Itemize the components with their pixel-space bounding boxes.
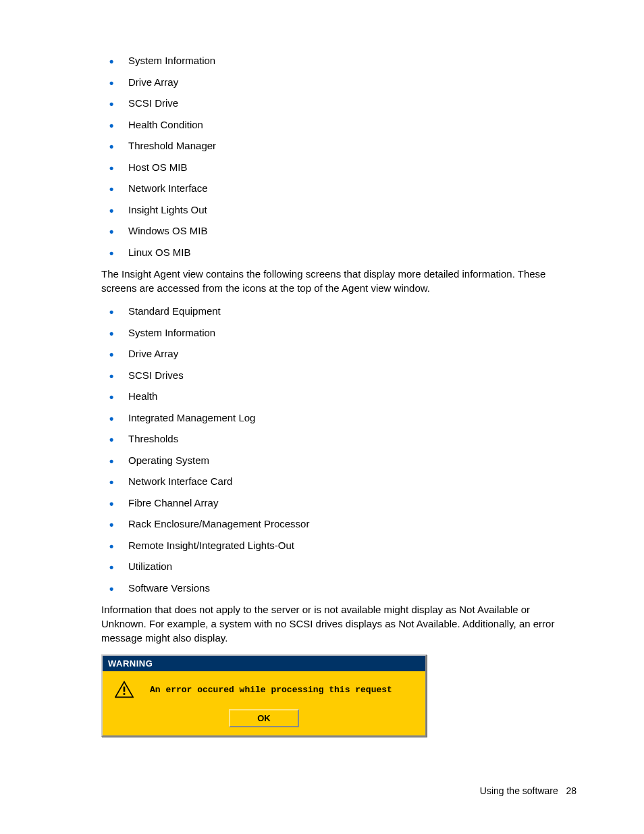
list-item: Integrated Management Log xyxy=(101,411,576,425)
list-item: Host OS MIB xyxy=(101,161,576,174)
list-item-text: Drive Array xyxy=(128,76,178,88)
list-item-text: Insight Lights Out xyxy=(128,204,207,215)
list-item-text: Network Interface Card xyxy=(128,475,232,487)
list-item-text: System Information xyxy=(128,55,215,66)
list-item-text: Thresholds xyxy=(128,433,178,444)
page-footer: Using the software 28 xyxy=(480,785,576,796)
list-item: Standard Equipment xyxy=(101,305,576,318)
svg-rect-2 xyxy=(124,693,126,695)
list-item-text: Standard Equipment xyxy=(128,305,221,317)
document-page: System Information Drive Array SCSI Driv… xyxy=(0,0,644,834)
bullet-list-2: Standard Equipment System Information Dr… xyxy=(101,305,576,594)
list-item: Network Interface xyxy=(101,182,576,195)
list-item: Rack Enclosure/Management Processor xyxy=(101,517,576,531)
list-item-text: SCSI Drives xyxy=(128,369,184,381)
dialog-message: An error occured while processing this r… xyxy=(150,685,392,695)
dialog-footer: OK xyxy=(103,705,425,735)
list-item-text: Host OS MIB xyxy=(128,161,188,173)
list-item-text: SCSI Drive xyxy=(128,97,178,109)
list-item-text: Threshold Manager xyxy=(128,140,216,151)
list-item-text: Software Versions xyxy=(128,582,210,594)
list-item: Linux OS MIB xyxy=(101,246,576,259)
warning-dialog: WARNING An error occured while processin… xyxy=(101,654,427,737)
list-item: Utilization xyxy=(101,560,576,573)
list-item: SCSI Drives xyxy=(101,369,576,382)
list-item: Thresholds xyxy=(101,432,576,446)
list-item: Threshold Manager xyxy=(101,139,576,153)
list-item-text: Operating System xyxy=(128,454,209,466)
warning-icon xyxy=(115,681,134,698)
list-item-text: Utilization xyxy=(128,561,172,572)
dialog-body: An error occured while processing this r… xyxy=(103,671,425,705)
list-item: Health xyxy=(101,390,576,403)
bullet-list-1: System Information Drive Array SCSI Driv… xyxy=(101,54,576,259)
svg-rect-1 xyxy=(124,687,126,692)
list-item: Insight Lights Out xyxy=(101,203,576,217)
list-item-text: Health xyxy=(128,390,157,402)
dialog-title: WARNING xyxy=(103,656,425,671)
footer-section: Using the software xyxy=(480,785,558,796)
list-item: Operating System xyxy=(101,454,576,467)
list-item-text: Integrated Management Log xyxy=(128,412,255,423)
ok-button[interactable]: OK xyxy=(229,709,299,727)
list-item: Health Condition xyxy=(101,118,576,132)
list-item-text: Drive Array xyxy=(128,348,178,359)
list-item: Fibre Channel Array xyxy=(101,496,576,510)
list-item-text: Fibre Channel Array xyxy=(128,497,218,509)
list-item-text: Network Interface xyxy=(128,182,208,194)
list-item-text: Linux OS MIB xyxy=(128,246,191,258)
list-item: System Information xyxy=(101,326,576,340)
paragraph-2: Information that does not apply to the s… xyxy=(101,602,576,645)
list-item-text: System Information xyxy=(128,327,215,338)
footer-page-number: 28 xyxy=(566,785,576,796)
paragraph-1: The Insight Agent view contains the foll… xyxy=(101,267,576,295)
list-item: Drive Array xyxy=(101,76,576,89)
list-item: Software Versions xyxy=(101,581,576,595)
list-item-text: Remote Insight/Integrated Lights-Out xyxy=(128,540,294,551)
list-item: System Information xyxy=(101,54,576,68)
list-item: Windows OS MIB xyxy=(101,224,576,238)
list-item-text: Health Condition xyxy=(128,119,203,130)
list-item: Drive Array xyxy=(101,347,576,361)
list-item-text: Rack Enclosure/Management Processor xyxy=(128,518,309,529)
list-item: Remote Insight/Integrated Lights-Out xyxy=(101,539,576,552)
list-item-text: Windows OS MIB xyxy=(128,225,208,236)
list-item: Network Interface Card xyxy=(101,475,576,488)
list-item: SCSI Drive xyxy=(101,97,576,110)
